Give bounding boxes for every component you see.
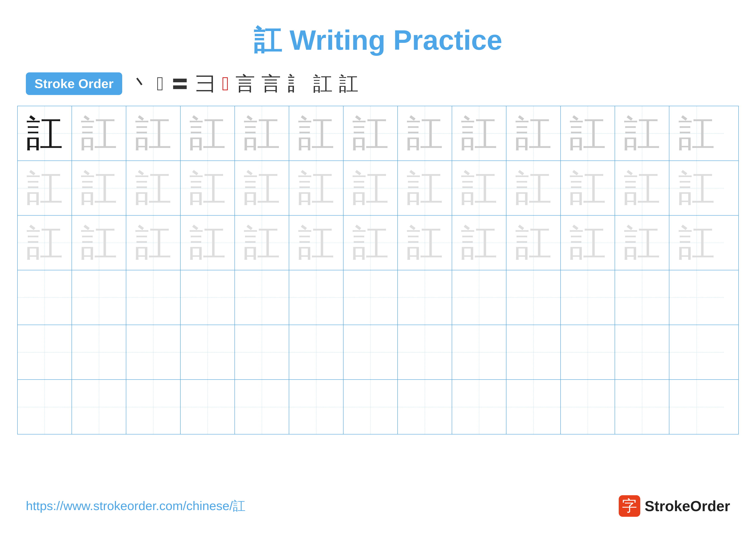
cell-1-11[interactable]: 訌 bbox=[561, 106, 615, 161]
cell-2-5[interactable]: 訌 bbox=[235, 161, 289, 215]
cell-3-4[interactable]: 訌 bbox=[180, 216, 235, 270]
cell-5-9[interactable] bbox=[452, 325, 506, 379]
cell-2-7[interactable]: 訌 bbox=[343, 161, 398, 215]
cell-2-1[interactable]: 訌 bbox=[18, 161, 72, 215]
cell-1-1[interactable]: 訌 bbox=[18, 106, 72, 161]
cell-2-8[interactable]: 訌 bbox=[398, 161, 452, 215]
cell-6-10[interactable] bbox=[506, 380, 561, 434]
cell-4-1[interactable] bbox=[18, 270, 72, 325]
cell-4-7[interactable] bbox=[343, 270, 398, 325]
cell-1-2[interactable]: 訌 bbox=[72, 106, 126, 161]
cell-6-11[interactable] bbox=[561, 380, 615, 434]
cell-5-6[interactable] bbox=[289, 325, 343, 379]
cell-2-6[interactable]: 訌 bbox=[289, 161, 343, 215]
char-lighter: 訌 bbox=[678, 224, 715, 261]
cell-6-5[interactable] bbox=[235, 380, 289, 434]
cell-4-11[interactable] bbox=[561, 270, 615, 325]
cell-5-3[interactable] bbox=[126, 325, 180, 379]
cell-3-10[interactable]: 訌 bbox=[506, 216, 561, 270]
cell-6-12[interactable] bbox=[615, 380, 669, 434]
cell-6-6[interactable] bbox=[289, 380, 343, 434]
cell-6-9[interactable] bbox=[452, 380, 506, 434]
cell-2-10[interactable]: 訌 bbox=[506, 161, 561, 215]
cell-1-8[interactable]: 訌 bbox=[398, 106, 452, 161]
cell-3-11[interactable]: 訌 bbox=[561, 216, 615, 270]
cell-1-9[interactable]: 訌 bbox=[452, 106, 506, 161]
stroke-7: 言 bbox=[261, 74, 281, 93]
cell-4-12[interactable] bbox=[615, 270, 669, 325]
cell-1-12[interactable]: 訌 bbox=[615, 106, 669, 161]
cell-4-2[interactable] bbox=[72, 270, 126, 325]
cell-4-13[interactable] bbox=[669, 270, 724, 325]
char-lighter: 訌 bbox=[244, 170, 280, 206]
stroke-6: 言 bbox=[235, 74, 255, 93]
char-lighter: 訌 bbox=[461, 170, 498, 206]
cell-2-11[interactable]: 訌 bbox=[561, 161, 615, 215]
cell-5-4[interactable] bbox=[180, 325, 235, 379]
cell-5-8[interactable] bbox=[398, 325, 452, 379]
cell-1-4[interactable]: 訌 bbox=[180, 106, 235, 161]
cell-4-5[interactable] bbox=[235, 270, 289, 325]
stroke-sequence: 丶 𠃌 〓 彐 𠃊 言 言 訁 訌 訌 bbox=[131, 74, 358, 93]
char-light: 訌 bbox=[569, 115, 606, 152]
cell-3-13[interactable]: 訌 bbox=[669, 216, 724, 270]
cell-2-9[interactable]: 訌 bbox=[452, 161, 506, 215]
cell-3-8[interactable]: 訌 bbox=[398, 216, 452, 270]
char-lighter: 訌 bbox=[406, 170, 443, 206]
cell-2-2[interactable]: 訌 bbox=[72, 161, 126, 215]
char-light: 訌 bbox=[515, 115, 552, 152]
cell-4-8[interactable] bbox=[398, 270, 452, 325]
cell-5-2[interactable] bbox=[72, 325, 126, 379]
cell-3-2[interactable]: 訌 bbox=[72, 216, 126, 270]
cell-2-13[interactable]: 訌 bbox=[669, 161, 724, 215]
cell-3-5[interactable]: 訌 bbox=[235, 216, 289, 270]
grid-row-3: 訌 訌 訌 訌 訌 訌 訌 訌 訌 訌 訌 訌 訌 bbox=[18, 216, 738, 270]
grid-row-4 bbox=[18, 270, 738, 325]
cell-2-3[interactable]: 訌 bbox=[126, 161, 180, 215]
cell-6-1[interactable] bbox=[18, 380, 72, 434]
cell-3-6[interactable]: 訌 bbox=[289, 216, 343, 270]
cell-4-6[interactable] bbox=[289, 270, 343, 325]
cell-6-2[interactable] bbox=[72, 380, 126, 434]
cell-1-3[interactable]: 訌 bbox=[126, 106, 180, 161]
stroke-2: 𠃌 bbox=[157, 74, 164, 93]
cell-1-6[interactable]: 訌 bbox=[289, 106, 343, 161]
char-light: 訌 bbox=[352, 115, 389, 152]
cell-6-3[interactable] bbox=[126, 380, 180, 434]
char-light: 訌 bbox=[624, 115, 660, 152]
footer-url: https://www.strokeorder.com/chinese/訌 bbox=[26, 497, 245, 514]
cell-4-9[interactable] bbox=[452, 270, 506, 325]
cell-4-4[interactable] bbox=[180, 270, 235, 325]
cell-1-7[interactable]: 訌 bbox=[343, 106, 398, 161]
cell-5-1[interactable] bbox=[18, 325, 72, 379]
cell-4-10[interactable] bbox=[506, 270, 561, 325]
grid-row-5 bbox=[18, 325, 738, 380]
cell-6-13[interactable] bbox=[669, 380, 724, 434]
char-light: 訌 bbox=[81, 115, 117, 152]
cell-5-12[interactable] bbox=[615, 325, 669, 379]
cell-5-5[interactable] bbox=[235, 325, 289, 379]
cell-3-9[interactable]: 訌 bbox=[452, 216, 506, 270]
cell-3-1[interactable]: 訌 bbox=[18, 216, 72, 270]
cell-5-7[interactable] bbox=[343, 325, 398, 379]
char-lighter: 訌 bbox=[515, 224, 552, 261]
cell-1-5[interactable]: 訌 bbox=[235, 106, 289, 161]
char-lighter: 訌 bbox=[515, 170, 552, 206]
cell-5-13[interactable] bbox=[669, 325, 724, 379]
cell-3-3[interactable]: 訌 bbox=[126, 216, 180, 270]
cell-5-10[interactable] bbox=[506, 325, 561, 379]
cell-2-12[interactable]: 訌 bbox=[615, 161, 669, 215]
cell-3-7[interactable]: 訌 bbox=[343, 216, 398, 270]
cell-6-4[interactable] bbox=[180, 380, 235, 434]
cell-6-7[interactable] bbox=[343, 380, 398, 434]
cell-2-4[interactable]: 訌 bbox=[180, 161, 235, 215]
cell-6-8[interactable] bbox=[398, 380, 452, 434]
cell-4-3[interactable] bbox=[126, 270, 180, 325]
cell-1-13[interactable]: 訌 bbox=[669, 106, 724, 161]
stroke-10: 訌 bbox=[339, 74, 358, 93]
stroke-3: 〓 bbox=[170, 74, 190, 93]
char-lighter: 訌 bbox=[569, 170, 606, 206]
cell-3-12[interactable]: 訌 bbox=[615, 216, 669, 270]
cell-1-10[interactable]: 訌 bbox=[506, 106, 561, 161]
cell-5-11[interactable] bbox=[561, 325, 615, 379]
